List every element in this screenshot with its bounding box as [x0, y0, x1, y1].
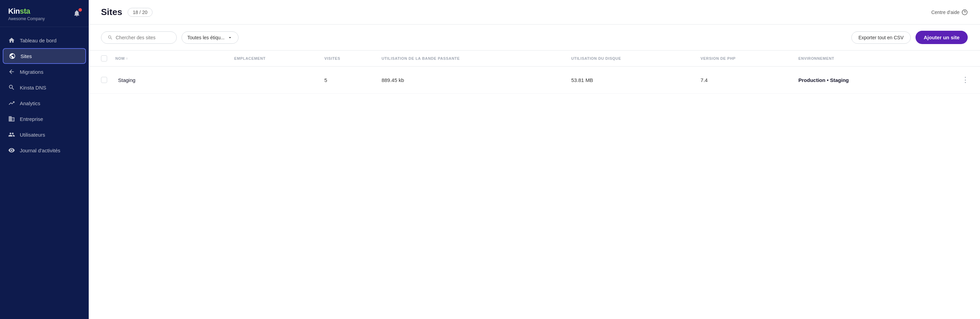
search-icon [108, 35, 113, 40]
sites-table-area: NOM ↑ EMPLACEMENT VISITES UTILISATION DE… [89, 51, 980, 319]
logo: Kinsta Awesome Company [8, 7, 45, 21]
page-title: Sites [101, 7, 122, 18]
notification-badge [78, 8, 82, 12]
sidebar-item-analytics[interactable]: Analytics [0, 95, 89, 111]
row-more-button[interactable]: ⋮ [959, 74, 972, 86]
row-disque: 53.81 MB [566, 67, 695, 94]
row-checkbox-cell [89, 67, 113, 94]
sidebar-item-journal[interactable]: Journal d'activités [0, 142, 89, 158]
export-csv-button[interactable]: Exporter tout en CSV [851, 32, 911, 44]
sidebar-item-label: Migrations [20, 69, 43, 75]
col-header-environnement[interactable]: ENVIRONNEMENT [793, 51, 923, 67]
filter-label: Toutes les étiqu... [187, 35, 224, 40]
sidebar-item-sites[interactable]: Sites [3, 48, 86, 64]
help-text: Centre d'aide [931, 10, 959, 15]
sidebar-item-tableau[interactable]: Tableau de bord [0, 32, 89, 48]
toolbar: Toutes les étiqu... Exporter tout en CSV… [89, 25, 980, 51]
sidebar-item-utilisateurs[interactable]: Utilisateurs [0, 127, 89, 142]
sidebar-item-entreprise[interactable]: Entreprise [0, 111, 89, 127]
row-bande: 889.45 kb [376, 67, 566, 94]
sidebar: Kinsta Awesome Company Tableau de bord S… [0, 0, 89, 319]
col-header-emplacement[interactable]: EMPLACEMENT [229, 51, 319, 67]
sidebar-item-label: Tableau de bord [20, 38, 57, 43]
sidebar-item-label: Sites [21, 53, 32, 59]
main-content: Sites 18 / 20 Centre d'aide Toutes les é… [89, 0, 980, 319]
search-box[interactable] [101, 32, 177, 44]
row-checkbox[interactable] [101, 77, 107, 83]
col-header-checkbox [89, 51, 113, 67]
sidebar-header: Kinsta Awesome Company [0, 0, 89, 27]
col-header-disque[interactable]: UTILISATION DU DISQUE [566, 51, 695, 67]
logo-text: Kinsta [8, 7, 45, 16]
col-header-actions [923, 51, 980, 67]
sidebar-item-label: Analytics [20, 100, 40, 106]
search-input[interactable] [116, 35, 170, 40]
row-emplacement [229, 67, 319, 94]
filter-dropdown[interactable]: Toutes les étiqu... [181, 32, 239, 44]
sites-table: NOM ↑ EMPLACEMENT VISITES UTILISATION DE… [89, 51, 980, 94]
row-visites: 5 [319, 67, 376, 94]
add-site-button[interactable]: Ajouter un site [915, 31, 968, 44]
row-actions-cell: ⋮ [923, 67, 980, 94]
sidebar-item-migrations[interactable]: Migrations [0, 64, 89, 80]
help-link[interactable]: Centre d'aide [931, 9, 968, 15]
sidebar-item-label: Utilisateurs [20, 132, 45, 138]
page-title-area: Sites 18 / 20 [101, 7, 153, 18]
col-header-bande[interactable]: UTILISATION DE LA BANDE PASSANTE [376, 51, 566, 67]
sidebar-item-label: Journal d'activités [20, 148, 60, 153]
chevron-down-icon [227, 35, 233, 40]
table-row: Staging 5 889.45 kb 53.81 MB 7.4 Product… [89, 67, 980, 94]
company-name: Awesome Company [8, 16, 45, 21]
col-header-nom[interactable]: NOM ↑ [113, 51, 229, 67]
table-header-row: NOM ↑ EMPLACEMENT VISITES UTILISATION DE… [89, 51, 980, 67]
table-container: NOM ↑ EMPLACEMENT VISITES UTILISATION DE… [89, 51, 980, 94]
row-name[interactable]: Staging [113, 67, 229, 94]
site-count-badge: 18 / 20 [127, 8, 153, 17]
sidebar-item-kinsta-dns[interactable]: Kinsta DNS [0, 80, 89, 95]
notification-bell-icon[interactable] [73, 10, 81, 18]
row-environnement: Production • Staging [793, 67, 923, 94]
sidebar-item-label: Entreprise [20, 116, 43, 122]
col-header-php[interactable]: VERSION DE PHP [695, 51, 793, 67]
sidebar-nav: Tableau de bord Sites Migrations Kinsta … [0, 27, 89, 319]
row-php: 7.4 [695, 67, 793, 94]
col-header-visites[interactable]: VISITES [319, 51, 376, 67]
sidebar-item-label: Kinsta DNS [20, 85, 46, 91]
select-all-checkbox[interactable] [101, 55, 107, 61]
content-area: Toutes les étiqu... Exporter tout en CSV… [89, 25, 980, 319]
main-header: Sites 18 / 20 Centre d'aide [89, 0, 980, 25]
